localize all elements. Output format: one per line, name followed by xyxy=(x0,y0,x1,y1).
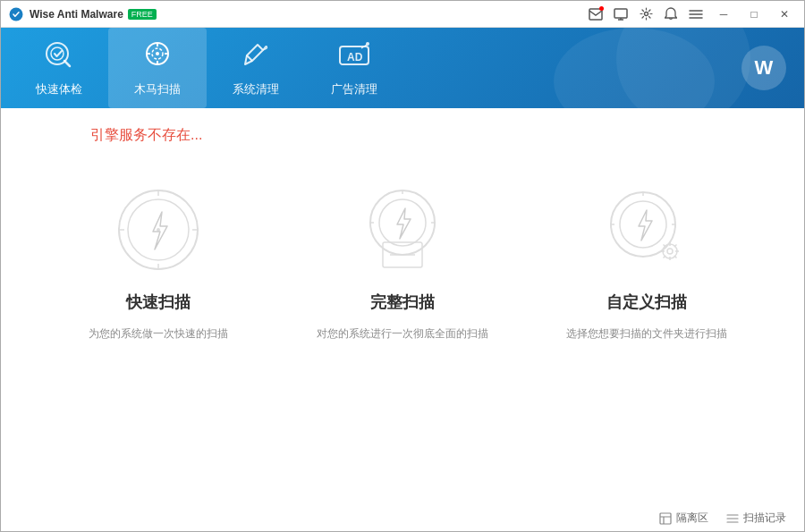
system-clean-icon xyxy=(240,39,272,76)
svg-point-32 xyxy=(620,201,666,248)
quick-scan-icon-wrapper xyxy=(109,181,208,279)
full-scan-card[interactable]: 完整扫描 对您的系统进行一次彻底全面的扫描 xyxy=(304,181,501,524)
ad-clean-icon: AD xyxy=(336,39,372,76)
error-message: 引擎服务不存在... xyxy=(90,126,202,145)
title-bar: Wise Anti Malware FREE xyxy=(1,1,804,28)
nav-item-ad-clean[interactable]: AD 广告清理 xyxy=(305,28,403,108)
quick-check-icon xyxy=(43,39,75,76)
svg-point-25 xyxy=(379,199,426,246)
ad-clean-label: 广告清理 xyxy=(331,81,377,97)
full-scan-icon-wrapper xyxy=(353,181,452,279)
quick-scan-title: 快速扫描 xyxy=(126,291,191,313)
full-scan-icon xyxy=(358,185,447,274)
quick-check-label: 快速体检 xyxy=(36,81,82,97)
mail-icon[interactable] xyxy=(586,4,606,24)
nav-bar: 快速体检 木马扫描 系统清理 xyxy=(1,28,804,108)
maximize-button[interactable]: □ xyxy=(741,4,767,24)
custom-scan-icon xyxy=(602,185,691,274)
custom-scan-icon-wrapper xyxy=(597,181,696,279)
scan-options: 快速扫描 为您的系统做一次快速的扫描 完整扫描 xyxy=(37,181,768,524)
minimize-button[interactable]: ─ xyxy=(711,4,736,24)
quarantine-label: 隔离区 xyxy=(676,511,708,526)
history-icon xyxy=(726,512,739,525)
main-content: 引擎服务不存在... 快速扫描 为您的系统做一次快速的扫描 xyxy=(1,108,804,532)
menu-icon[interactable] xyxy=(686,4,706,24)
history-label: 扫描记录 xyxy=(743,511,786,526)
app-title: Wise Anti Malware xyxy=(30,8,123,21)
svg-rect-2 xyxy=(614,9,627,18)
custom-scan-desc: 选择您想要扫描的文件夹进行扫描 xyxy=(566,325,727,342)
close-button[interactable]: ✕ xyxy=(772,4,797,24)
svg-point-8 xyxy=(156,52,159,55)
custom-scan-card[interactable]: 自定义扫描 选择您想要扫描的文件夹进行扫描 xyxy=(548,181,745,524)
quick-scan-desc: 为您的系统做一次快速的扫描 xyxy=(89,325,228,342)
trojan-scan-icon xyxy=(141,39,174,76)
custom-scan-title: 自定义扫描 xyxy=(606,291,687,313)
history-button[interactable]: 扫描记录 xyxy=(726,511,786,526)
svg-point-5 xyxy=(51,47,64,60)
user-avatar[interactable]: W xyxy=(741,46,786,90)
svg-rect-46 xyxy=(660,513,671,524)
quick-scan-icon xyxy=(114,185,203,274)
full-scan-title: 完整扫描 xyxy=(370,291,435,313)
free-badge: FREE xyxy=(128,9,157,20)
monitor-icon[interactable] xyxy=(611,4,631,24)
system-clean-label: 系统清理 xyxy=(233,81,279,97)
svg-text:AD: AD xyxy=(347,51,363,63)
nav-item-trojan-scan[interactable]: 木马扫描 xyxy=(108,28,207,108)
svg-point-24 xyxy=(370,190,435,255)
quarantine-button[interactable]: 隔离区 xyxy=(659,511,708,526)
svg-point-3 xyxy=(644,13,648,16)
svg-point-34 xyxy=(667,249,673,254)
settings-icon[interactable] xyxy=(636,4,656,24)
title-bar-controls: ─ □ ✕ xyxy=(586,4,797,24)
svg-point-16 xyxy=(366,42,369,46)
nav-item-system-clean[interactable]: 系统清理 xyxy=(207,28,305,108)
trojan-scan-label: 木马扫描 xyxy=(134,81,181,97)
notification-icon[interactable] xyxy=(661,4,681,24)
app-logo-icon xyxy=(8,6,24,22)
full-scan-desc: 对您的系统进行一次彻底全面的扫描 xyxy=(317,325,488,342)
nav-item-quick-check[interactable]: 快速体检 xyxy=(10,28,108,108)
quarantine-icon xyxy=(659,512,672,525)
quick-scan-card[interactable]: 快速扫描 为您的系统做一次快速的扫描 xyxy=(60,181,257,524)
footer-bar: 隔离区 扫描记录 xyxy=(659,511,786,526)
